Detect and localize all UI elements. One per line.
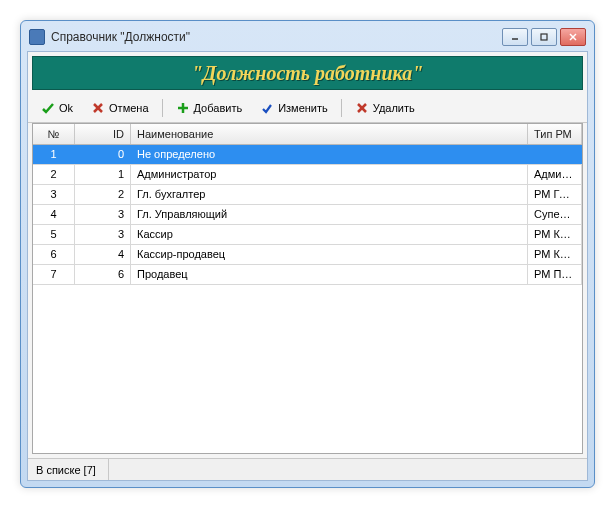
col-rm[interactable]: Тип РМ: [528, 124, 582, 144]
delete-button[interactable]: Удалить: [348, 98, 422, 118]
cell-rm: РМ Касс.: [528, 245, 582, 264]
delete-label: Удалить: [373, 102, 415, 114]
cell-num: 2: [33, 165, 75, 184]
add-label: Добавить: [194, 102, 243, 114]
col-name[interactable]: Наименование: [131, 124, 528, 144]
statusbar: В списке [7]: [28, 458, 587, 480]
check-icon: [41, 101, 55, 115]
cell-id: 1: [75, 165, 131, 184]
cell-id: 4: [75, 245, 131, 264]
app-window: Справочник "Должности" "Должность работн…: [20, 20, 595, 488]
cancel-label: Отмена: [109, 102, 148, 114]
cell-name: Кассир: [131, 225, 528, 244]
ok-button[interactable]: Ok: [34, 98, 80, 118]
ok-label: Ok: [59, 102, 73, 114]
close-icon: [568, 32, 578, 42]
cell-id: 2: [75, 185, 131, 204]
col-num[interactable]: №: [33, 124, 75, 144]
plus-icon: [176, 101, 190, 115]
cell-rm: Админис: [528, 165, 582, 184]
status-count: В списке [7]: [36, 459, 109, 480]
cell-name: Администратор: [131, 165, 528, 184]
toolbar-separator: [162, 99, 163, 117]
table-row[interactable]: 43Гл. УправляющийСуперви.: [33, 205, 582, 225]
x-icon: [355, 101, 369, 115]
window-buttons: [502, 28, 586, 46]
minimize-button[interactable]: [502, 28, 528, 46]
cell-num: 1: [33, 145, 75, 164]
window-title: Справочник "Должности": [51, 30, 502, 44]
client-area: "Должность работника" Ok Отмена Доба: [27, 51, 588, 481]
table-row[interactable]: 64Кассир-продавецРМ Касс.: [33, 245, 582, 265]
cell-num: 5: [33, 225, 75, 244]
cell-name: Продавец: [131, 265, 528, 284]
cell-id: 3: [75, 205, 131, 224]
cell-id: 3: [75, 225, 131, 244]
col-id[interactable]: ID: [75, 124, 131, 144]
table-row[interactable]: 21АдминистраторАдминис: [33, 165, 582, 185]
cell-num: 4: [33, 205, 75, 224]
edit-label: Изменить: [278, 102, 328, 114]
titlebar[interactable]: Справочник "Должности": [27, 27, 588, 51]
close-button[interactable]: [560, 28, 586, 46]
cell-name: Не определено: [131, 145, 528, 164]
cell-num: 3: [33, 185, 75, 204]
table-row[interactable]: 10Не определено: [33, 145, 582, 165]
cell-name: Гл. бухгалтер: [131, 185, 528, 204]
cell-name: Кассир-продавец: [131, 245, 528, 264]
edit-button[interactable]: Изменить: [253, 98, 335, 118]
maximize-button[interactable]: [531, 28, 557, 46]
toolbar: Ok Отмена Добавить Изменить: [28, 94, 587, 123]
table-row[interactable]: 76ПродавецРМ Прод: [33, 265, 582, 285]
cell-name: Гл. Управляющий: [131, 205, 528, 224]
add-button[interactable]: Добавить: [169, 98, 250, 118]
cell-id: 0: [75, 145, 131, 164]
check-small-icon: [260, 101, 274, 115]
cell-rm: РМ Прод: [528, 265, 582, 284]
table-row[interactable]: 32Гл. бухгалтерРМ Глав.: [33, 185, 582, 205]
cell-rm: Суперви.: [528, 205, 582, 224]
cell-rm: РМ Глав.: [528, 185, 582, 204]
cell-num: 7: [33, 265, 75, 284]
cell-num: 6: [33, 245, 75, 264]
cell-rm: РМ Касс.: [528, 225, 582, 244]
grid-header: № ID Наименование Тип РМ: [33, 124, 582, 145]
toolbar-separator: [341, 99, 342, 117]
minimize-icon: [510, 32, 520, 42]
app-icon: [29, 29, 45, 45]
data-grid[interactable]: № ID Наименование Тип РМ 10Не определено…: [32, 123, 583, 454]
cell-rm: [528, 145, 582, 164]
table-row[interactable]: 53КассирРМ Касс.: [33, 225, 582, 245]
maximize-icon: [539, 32, 549, 42]
grid-body: 10Не определено21АдминистраторАдминис32Г…: [33, 145, 582, 453]
cell-id: 6: [75, 265, 131, 284]
svg-rect-1: [541, 34, 547, 40]
cancel-button[interactable]: Отмена: [84, 98, 155, 118]
banner-text: "Должность работника": [192, 62, 424, 85]
x-icon: [91, 101, 105, 115]
banner: "Должность работника": [32, 56, 583, 90]
